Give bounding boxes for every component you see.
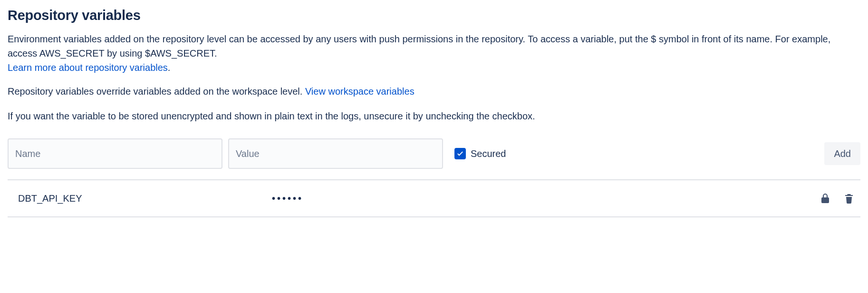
variable-value-masked: •••••• [272,193,818,204]
add-button[interactable]: Add [824,142,860,165]
description-text: Environment variables added on the repos… [8,32,860,75]
override-text: Repository variables override variables … [8,84,860,98]
secured-checkbox-wrap: Secured [454,148,506,159]
unsecure-note: If you want the variable to be stored un… [8,109,860,123]
description-body: Environment variables added on the repos… [8,34,830,59]
variables-table: DBT_API_KEY •••••• [8,179,860,217]
trash-icon [843,193,855,204]
page-title: Repository variables [8,8,860,23]
lock-icon [820,193,831,204]
check-icon [456,150,464,157]
secured-label: Secured [471,148,506,159]
description-period: . [168,62,171,73]
variable-actions [818,191,860,206]
value-input[interactable] [228,138,443,169]
override-body: Repository variables override variables … [8,86,305,97]
table-row: DBT_API_KEY •••••• [8,180,860,217]
lock-button[interactable] [818,191,833,206]
name-input[interactable] [8,138,222,169]
learn-more-link[interactable]: Learn more about repository variables [8,62,168,73]
variable-name: DBT_API_KEY [8,193,272,204]
view-workspace-link[interactable]: View workspace variables [305,86,415,97]
add-variable-row: Secured Add [8,138,860,169]
delete-button[interactable] [841,191,857,206]
secured-checkbox[interactable] [454,148,466,159]
